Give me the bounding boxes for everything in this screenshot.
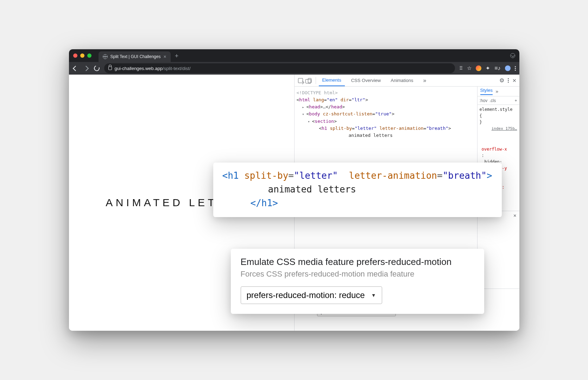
tab-title: Split Text | GUI Challenges	[110, 54, 161, 59]
profile-icon[interactable]	[505, 65, 511, 71]
tab-css-overview[interactable]: CSS Overview	[348, 75, 385, 86]
minimize-window-button[interactable]	[80, 53, 84, 58]
gear-icon[interactable]	[499, 77, 504, 84]
emulate-select-value: prefers-reduced-motion: reduce	[247, 290, 365, 300]
back-button[interactable]	[72, 65, 79, 71]
styles-cls-toggle[interactable]: .cls	[489, 98, 496, 103]
styles-tab-overflow[interactable]: »	[495, 89, 498, 94]
translate-icon[interactable]: ⠿	[459, 65, 463, 71]
titlebar: Split Text | GUI Challenges × +	[69, 49, 519, 62]
caret-down-icon: ▼	[371, 292, 376, 298]
address-bar[interactable]: gui-challenges.web.app/split-text/dist/	[104, 63, 455, 73]
content-area: ANIMATED LETTERS Elements CSS Overview A…	[69, 75, 519, 331]
window-controls	[73, 53, 91, 58]
tab-animations[interactable]: Animations	[387, 75, 417, 86]
new-tab-button[interactable]: +	[175, 52, 179, 60]
fullscreen-window-button[interactable]	[87, 53, 91, 58]
url-path: /split-text/dist/	[163, 66, 190, 71]
close-drawer-icon[interactable]	[513, 213, 516, 218]
styles-filter-row: :hov .cls +	[478, 96, 519, 105]
styles-tabbar: Styles »	[478, 87, 519, 96]
globe-icon	[103, 54, 108, 59]
close-tab-button[interactable]: ×	[163, 54, 166, 59]
styles-tab[interactable]: Styles	[480, 88, 493, 95]
playlist-icon[interactable]: ≡♪	[494, 65, 500, 71]
url-host: gui-challenges.web.app	[115, 66, 163, 71]
emulate-title: Emulate CSS media feature prefers-reduce…	[241, 256, 474, 267]
extension-icons: ⠿ ≡♪	[459, 65, 516, 71]
reload-button[interactable]	[94, 65, 100, 71]
lock-icon	[108, 66, 112, 70]
chevron-down-icon[interactable]	[510, 53, 515, 58]
devtools-menu-icon[interactable]	[508, 78, 509, 83]
tab-elements[interactable]: Elements	[319, 75, 345, 86]
stylesheet-link[interactable]: index 175b…	[492, 126, 517, 131]
extension-icon[interactable]	[476, 65, 481, 71]
browser-tab[interactable]: Split Text | GUI Challenges ×	[99, 51, 171, 62]
tab-overflow-button[interactable]: »	[420, 75, 430, 86]
bookmark-icon[interactable]	[467, 65, 472, 71]
browser-toolbar: gui-challenges.web.app/split-text/dist/ …	[69, 62, 519, 75]
forward-button[interactable]	[83, 65, 89, 71]
close-window-button[interactable]	[73, 53, 77, 58]
extensions-menu-icon[interactable]	[486, 65, 490, 71]
chrome-window: Split Text | GUI Challenges × + gui-chal…	[69, 49, 519, 331]
toggle-device-button[interactable]	[306, 77, 313, 84]
dom-doctype: <!DOCTYPE html>	[297, 90, 338, 95]
emulate-select[interactable]: prefers-reduced-motion: reduce ▼	[241, 286, 382, 304]
chrome-menu-icon[interactable]	[515, 66, 516, 71]
devtools-tabbar: Elements CSS Overview Animations »	[295, 75, 519, 87]
emulate-desc: Forces CSS prefers-reduced-motion media …	[241, 270, 474, 279]
inspect-element-button[interactable]	[297, 77, 304, 84]
close-devtools-button[interactable]	[512, 78, 517, 83]
styles-add-rule[interactable]: +	[514, 98, 517, 103]
emulate-callout: Emulate CSS media feature prefers-reduce…	[231, 249, 484, 314]
styles-hov-toggle[interactable]: :hov	[480, 98, 488, 103]
code-callout: <h1 split-by="letter" letter-animation="…	[213, 163, 502, 217]
